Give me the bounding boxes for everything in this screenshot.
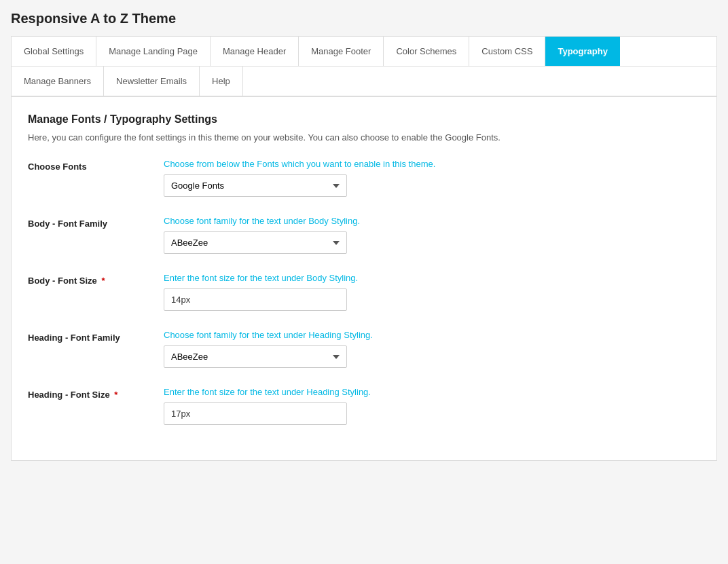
choose-fonts-hint: Choose from below the Fonts which you wa… <box>164 159 700 169</box>
heading-font-size-row: Heading - Font Size * Enter the font siz… <box>28 387 700 425</box>
tab-newsletter-emails[interactable]: Newsletter Emails <box>104 67 200 96</box>
choose-fonts-row: Choose Fonts Choose from below the Fonts… <box>28 159 700 197</box>
heading-font-size-field: Enter the font size for the text under H… <box>164 387 700 425</box>
tab-global-settings[interactable]: Global Settings <box>12 37 96 66</box>
tab-help[interactable]: Help <box>200 67 243 96</box>
body-font-family-hint: Choose font family for the text under Bo… <box>164 216 700 226</box>
body-font-family-label: Body - Font Family <box>28 216 164 229</box>
tabs-container: Global Settings Manage Landing Page Mana… <box>11 36 717 96</box>
body-font-size-hint: Enter the font size for the text under B… <box>164 273 700 283</box>
tab-manage-header[interactable]: Manage Header <box>211 37 299 66</box>
panel-title: Manage Fonts / Typography Settings <box>28 113 700 126</box>
tabs-row-2: Manage Banners Newsletter Emails Help <box>12 67 716 96</box>
heading-font-size-required: * <box>112 390 118 400</box>
heading-font-family-label: Heading - Font Family <box>28 330 164 343</box>
heading-font-family-select[interactable]: ABeeZee Arial Roboto Open Sans Lato <box>164 345 347 368</box>
body-font-size-input[interactable] <box>164 288 347 311</box>
body-font-size-field: Enter the font size for the text under B… <box>164 273 700 311</box>
heading-font-family-hint: Choose font family for the text under He… <box>164 330 700 340</box>
tab-color-schemes[interactable]: Color Schemes <box>384 37 469 66</box>
page-title: Responsive A to Z Theme <box>11 11 717 26</box>
content-panel: Manage Fonts / Typography Settings Here,… <box>11 96 717 461</box>
tabs-row-1: Global Settings Manage Landing Page Mana… <box>12 37 716 67</box>
heading-font-size-label: Heading - Font Size * <box>28 387 164 400</box>
heading-font-family-row: Heading - Font Family Choose font family… <box>28 330 700 368</box>
choose-fonts-field: Choose from below the Fonts which you wa… <box>164 159 700 197</box>
tab-custom-css[interactable]: Custom CSS <box>469 37 545 66</box>
heading-font-size-hint: Enter the font size for the text under H… <box>164 387 700 397</box>
body-font-family-field: Choose font family for the text under Bo… <box>164 216 700 254</box>
heading-font-family-field: Choose font family for the text under He… <box>164 330 700 368</box>
body-font-size-required: * <box>99 276 105 286</box>
tab-manage-footer[interactable]: Manage Footer <box>299 37 384 66</box>
body-font-size-row: Body - Font Size * Enter the font size f… <box>28 273 700 311</box>
tab-manage-landing-page[interactable]: Manage Landing Page <box>96 37 211 66</box>
panel-description: Here, you can configure the font setting… <box>28 132 700 143</box>
tab-typography[interactable]: Typography <box>545 37 619 66</box>
body-font-family-row: Body - Font Family Choose font family fo… <box>28 216 700 254</box>
choose-fonts-label: Choose Fonts <box>28 159 164 172</box>
choose-fonts-select[interactable]: Google Fonts System Fonts Custom Fonts <box>164 174 347 197</box>
heading-font-size-input[interactable] <box>164 402 347 425</box>
body-font-family-select[interactable]: ABeeZee Arial Roboto Open Sans Lato <box>164 231 347 254</box>
body-font-size-label: Body - Font Size * <box>28 273 164 286</box>
tab-manage-banners[interactable]: Manage Banners <box>12 67 104 96</box>
